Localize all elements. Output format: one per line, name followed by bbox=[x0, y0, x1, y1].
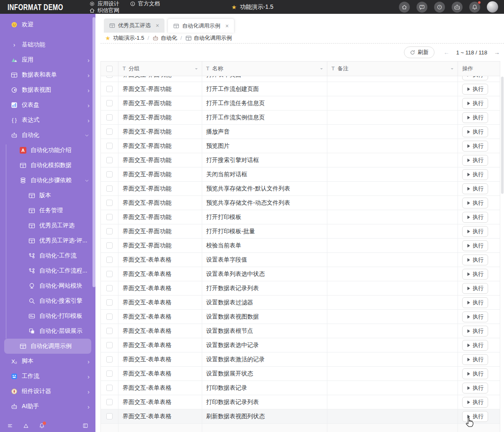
feedback-button[interactable]: ? bbox=[417, 2, 427, 13]
select-all-checkbox[interactable] bbox=[106, 66, 113, 72]
sidebar-item-employee-selection[interactable]: 优秀员工评选 bbox=[0, 218, 95, 233]
row-checkbox[interactable] bbox=[106, 129, 113, 135]
sidebar-item-ai-assistant[interactable]: AI助手› bbox=[0, 399, 95, 414]
row-checkbox[interactable] bbox=[106, 200, 113, 206]
execute-button[interactable]: 执行 bbox=[462, 311, 488, 322]
assistant-button[interactable] bbox=[452, 2, 463, 13]
sidebar-bottom-collapse-menu[interactable] bbox=[7, 422, 13, 429]
column-header-group[interactable]: T分组 bbox=[118, 62, 202, 76]
sidebar-item-expressions[interactable]: { }表达式› bbox=[0, 113, 95, 128]
row-checkbox[interactable] bbox=[106, 114, 113, 121]
sidebar-item-automation-call-examples[interactable]: 自动化调用示例 bbox=[4, 339, 91, 354]
row-checkbox[interactable] bbox=[106, 257, 113, 263]
breadcrumb-item[interactable]: 自动化调用示例 bbox=[185, 34, 232, 42]
notifications-button[interactable] bbox=[469, 2, 480, 13]
execute-button[interactable]: 执行 bbox=[462, 126, 488, 137]
row-checkbox[interactable] bbox=[106, 413, 113, 419]
sidebar-item-workflow[interactable]: 工作流› bbox=[0, 369, 95, 384]
sidebar-item-automation-step-deps[interactable]: 自动化步骤依赖 bbox=[0, 173, 95, 188]
sidebar-bottom-alerts[interactable] bbox=[23, 422, 29, 429]
sidebar-item-automation-workflow-proc[interactable]: 自动化-工作流程... bbox=[0, 263, 95, 278]
caret-down-icon[interactable] bbox=[194, 67, 198, 70]
row-checkbox[interactable] bbox=[106, 171, 113, 177]
next-page-arrow[interactable]: → bbox=[494, 49, 500, 56]
sidebar-item-welcome[interactable]: 欢迎 bbox=[0, 17, 95, 32]
row-checkbox[interactable] bbox=[106, 328, 113, 334]
sidebar-item-table-views[interactable]: 数据表视图› bbox=[0, 82, 95, 98]
column-header-name[interactable]: T名称 bbox=[202, 62, 327, 76]
sidebar-bottom-messages[interactable] bbox=[39, 422, 45, 429]
caret-down-icon[interactable] bbox=[450, 67, 454, 70]
row-checkbox[interactable] bbox=[106, 314, 113, 320]
breadcrumb-item[interactable]: ★功能演示-1.5 bbox=[105, 34, 144, 42]
sidebar-item-version[interactable]: 版本 bbox=[0, 188, 95, 203]
row-checkbox[interactable] bbox=[106, 399, 113, 405]
sidebar-item-tables-forms[interactable]: 数据表和表单› bbox=[0, 67, 95, 82]
row-checkbox[interactable] bbox=[106, 185, 113, 192]
topbar-link-app-design[interactable]: 应用设计 bbox=[89, 0, 119, 7]
avatar[interactable] bbox=[487, 1, 498, 13]
execute-button[interactable]: 执行 bbox=[462, 326, 488, 337]
topbar-link-zhixin-site[interactable]: 织信官网 bbox=[89, 7, 119, 14]
row-checkbox[interactable] bbox=[106, 157, 113, 163]
row-checkbox[interactable] bbox=[106, 100, 113, 106]
row-checkbox[interactable] bbox=[106, 143, 113, 149]
row-checkbox[interactable] bbox=[106, 356, 113, 363]
execute-button[interactable]: 执行 bbox=[462, 212, 488, 223]
tab-automation-call-examples[interactable]: 自动化调用示例× bbox=[167, 18, 234, 33]
sidebar-item-basic-functions[interactable]: ›基础功能 bbox=[0, 37, 95, 52]
execute-button[interactable]: 执行 bbox=[462, 383, 488, 393]
caret-down-icon[interactable] bbox=[319, 67, 324, 70]
execute-button[interactable]: 执行 bbox=[462, 269, 488, 280]
execute-button[interactable]: 执行 bbox=[462, 368, 488, 379]
execute-button[interactable]: 执行 bbox=[462, 283, 488, 294]
sidebar-bottom-toggle-panel[interactable] bbox=[82, 422, 89, 429]
home-button[interactable] bbox=[399, 2, 410, 13]
execute-button[interactable]: 执行 bbox=[462, 169, 488, 180]
execute-button[interactable]: 执行 bbox=[462, 76, 488, 80]
main-scrollbar[interactable] bbox=[501, 77, 504, 194]
row-checkbox[interactable] bbox=[106, 76, 113, 78]
close-icon[interactable]: × bbox=[225, 23, 229, 29]
sidebar-item-automation-intro[interactable]: A自动化功能介绍 bbox=[0, 143, 95, 158]
sidebar-item-employee-selection-eval[interactable]: 优秀员工评选-评... bbox=[0, 233, 95, 248]
execute-button[interactable]: 执行 bbox=[462, 183, 488, 194]
breadcrumb-item[interactable]: 自动化 bbox=[152, 34, 177, 42]
execute-button[interactable]: 执行 bbox=[462, 141, 488, 152]
tab-employee-selection[interactable]: 优秀员工评选× bbox=[104, 18, 165, 33]
execute-button[interactable]: 执行 bbox=[462, 198, 488, 208]
row-checkbox[interactable] bbox=[106, 86, 113, 92]
topbar-link-official-docs[interactable]: 官方文档 bbox=[129, 0, 160, 7]
row-checkbox[interactable] bbox=[106, 214, 113, 220]
help-button[interactable]: ? bbox=[434, 2, 445, 13]
row-checkbox[interactable] bbox=[106, 370, 113, 377]
sidebar-item-automation-workflow[interactable]: 自动化-工作流 bbox=[0, 248, 95, 263]
execute-button[interactable]: 执行 bbox=[462, 98, 488, 109]
execute-button[interactable]: 执行 bbox=[462, 397, 488, 408]
row-checkbox[interactable] bbox=[106, 385, 113, 391]
execute-button[interactable]: 执行 bbox=[462, 240, 488, 251]
execute-button[interactable]: 执行 bbox=[462, 340, 488, 351]
sidebar-item-automation-website-module[interactable]: 自动化-网站模块 bbox=[0, 278, 95, 293]
sidebar-scrollbar[interactable] bbox=[93, 17, 95, 287]
sidebar-item-automation-hierarchy[interactable]: 自动化-层级展示 bbox=[0, 324, 95, 339]
row-checkbox[interactable] bbox=[106, 271, 113, 277]
prev-page-arrow[interactable]: ← bbox=[444, 49, 450, 56]
sidebar-item-apps[interactable]: 应用› bbox=[0, 52, 95, 67]
sidebar-item-automation-search-engine[interactable]: 自动化-搜索引擎 bbox=[0, 293, 95, 309]
close-icon[interactable]: × bbox=[156, 22, 159, 29]
sidebar-item-automation[interactable]: 自动化 bbox=[0, 128, 95, 143]
execute-button[interactable]: 执行 bbox=[462, 255, 488, 265]
sidebar-item-dashboards[interactable]: 仪表盘› bbox=[0, 98, 95, 113]
row-checkbox[interactable] bbox=[106, 342, 113, 348]
row-checkbox[interactable] bbox=[106, 285, 113, 291]
sidebar-item-automation-print-template[interactable]: 自动化-打印模板 bbox=[0, 309, 95, 324]
sidebar-item-automation-mock-data[interactable]: 自动化模拟数据 bbox=[0, 158, 95, 173]
row-checkbox[interactable] bbox=[106, 299, 113, 306]
execute-button[interactable]: 执行 bbox=[462, 112, 488, 123]
execute-button[interactable]: 执行 bbox=[462, 411, 488, 422]
column-header-note[interactable]: T备注 bbox=[327, 62, 458, 76]
row-checkbox[interactable] bbox=[106, 242, 113, 249]
row-checkbox[interactable] bbox=[106, 228, 113, 234]
sidebar-item-task-management[interactable]: 任务管理 bbox=[0, 203, 95, 218]
